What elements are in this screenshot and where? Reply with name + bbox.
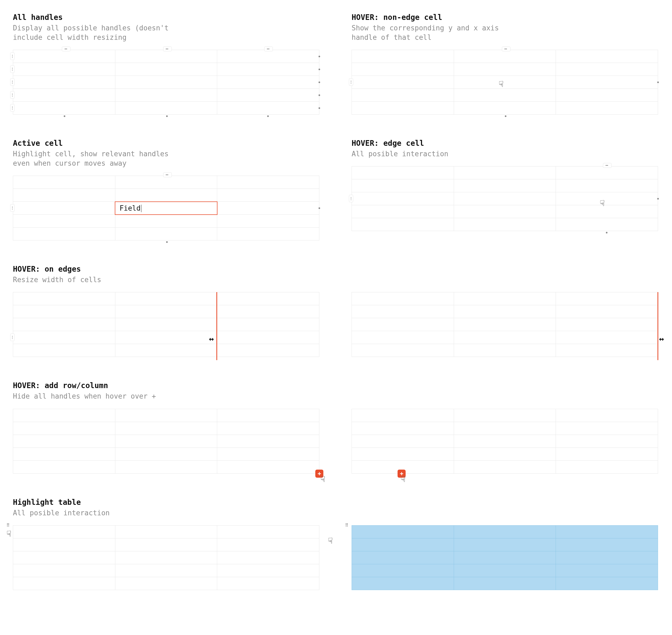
- active-cell[interactable]: Field: [115, 202, 217, 215]
- table-row: [352, 525, 658, 538]
- table-row: [352, 63, 658, 76]
- table-row: [352, 318, 658, 331]
- row-handle-icon[interactable]: ⋮: [10, 78, 15, 86]
- edge-dot-icon[interactable]: [657, 198, 659, 200]
- row-handle-icon[interactable]: ⋮: [10, 204, 15, 212]
- edge-dot-icon[interactable]: [657, 82, 659, 83]
- col-handle-icon[interactable]: ⋯: [62, 46, 70, 51]
- cell-text: Field: [120, 204, 140, 212]
- table-row: [352, 564, 658, 577]
- col-handle-icon[interactable]: ⋯: [603, 163, 611, 168]
- edge-dot-icon[interactable]: [166, 115, 168, 117]
- table-row: [13, 447, 319, 460]
- add-button[interactable]: +: [315, 469, 323, 478]
- table-highlighted[interactable]: [352, 525, 658, 590]
- edge-dot-icon[interactable]: [505, 115, 507, 117]
- table[interactable]: [13, 409, 319, 474]
- move-handle-icon[interactable]: ⠿: [345, 523, 350, 528]
- edge-dot-icon[interactable]: [166, 241, 168, 243]
- col-handle-icon[interactable]: ⋯: [163, 172, 172, 177]
- heading: Active cell: [13, 139, 319, 148]
- section-hover-edge: HOVER: edge cell All posible interaction…: [352, 139, 658, 240]
- col-handle-icon[interactable]: ⋯: [163, 46, 172, 51]
- table[interactable]: [352, 409, 658, 474]
- edge-dot-icon[interactable]: [318, 94, 320, 96]
- table-row: [352, 344, 658, 357]
- table[interactable]: [13, 525, 319, 590]
- table-row: [13, 538, 319, 551]
- table-row: [352, 76, 658, 89]
- subheading: Hide all handles when hover over +: [13, 392, 180, 401]
- column-resize-handle[interactable]: [657, 292, 658, 360]
- edge-dot-icon[interactable]: [606, 232, 607, 234]
- edge-dot-icon[interactable]: [318, 207, 320, 209]
- heading: HOVER: on edges: [13, 265, 658, 273]
- table-row: [13, 227, 319, 240]
- row-handle-icon[interactable]: ⋮: [10, 91, 15, 99]
- table-row: [13, 50, 319, 63]
- table[interactable]: [13, 292, 319, 357]
- table-row: [352, 551, 658, 564]
- table-row: [13, 344, 319, 357]
- table[interactable]: [13, 50, 319, 114]
- table[interactable]: [352, 50, 658, 114]
- subheading: Highlight cell, show relevant handles ev…: [13, 149, 180, 168]
- table-row: [13, 525, 319, 538]
- table-row: [13, 76, 319, 89]
- table-row: [13, 331, 319, 344]
- col-handle-icon[interactable]: ⋯: [264, 46, 273, 51]
- row-handle-icon[interactable]: ⋮: [349, 195, 353, 202]
- hand-cursor-icon: ☟: [6, 529, 11, 539]
- subheading: All posible interaction: [352, 149, 518, 159]
- table-row: [13, 551, 319, 564]
- add-button[interactable]: +: [398, 469, 406, 478]
- edge-dot-icon[interactable]: [318, 82, 320, 83]
- edge-dot-icon[interactable]: [318, 56, 320, 57]
- edge-dot-icon[interactable]: [318, 69, 320, 70]
- row-handle-icon[interactable]: ⋮: [10, 52, 15, 60]
- table-row: [352, 577, 658, 590]
- heading: HOVER: edge cell: [352, 139, 658, 148]
- col-handle-icon[interactable]: ⋯: [502, 46, 511, 51]
- table-row: [13, 89, 319, 102]
- table-row: [13, 305, 319, 318]
- row-handle-icon[interactable]: ⋮: [10, 65, 15, 73]
- section-hover-on-edges: HOVER: on edges Resize width of cells ⋮ …: [13, 265, 658, 357]
- table-row: [13, 422, 319, 435]
- text-cursor-icon: [141, 205, 141, 212]
- heading: Highlight table: [13, 498, 658, 507]
- row-handle-icon[interactable]: ⋮: [10, 333, 15, 341]
- table-row: [352, 89, 658, 102]
- subheading: Resize width of cells: [13, 275, 180, 285]
- edge-dot-icon[interactable]: [64, 115, 65, 117]
- table-row: [13, 435, 319, 447]
- table-row: [352, 422, 658, 435]
- edge-dot-icon[interactable]: [318, 107, 320, 109]
- move-handle-icon[interactable]: ⠿: [6, 523, 11, 528]
- table[interactable]: [352, 292, 658, 357]
- table-row: [13, 577, 319, 590]
- table-row: [352, 331, 658, 344]
- table-row: [352, 292, 658, 305]
- table-row: [13, 176, 319, 189]
- table[interactable]: Field: [13, 176, 319, 240]
- table-row: [352, 305, 658, 318]
- edge-dot-icon[interactable]: [267, 115, 269, 117]
- heading: All handles: [13, 13, 319, 22]
- subheading: Display all possible handles (doesn't in…: [13, 23, 180, 42]
- section-all-handles: All handles Display all possible handles…: [13, 13, 319, 114]
- table-row: [352, 50, 658, 63]
- row-handle-icon[interactable]: ⋮: [10, 104, 15, 112]
- subheading: All posible interaction: [13, 508, 180, 518]
- subheading: Show the corresponding y and x axis hand…: [352, 23, 518, 42]
- table-row: [352, 447, 658, 460]
- section-highlight-table: Highlight table All posible interaction …: [13, 498, 658, 590]
- column-resize-handle[interactable]: [216, 292, 217, 360]
- table[interactable]: [352, 166, 658, 231]
- row-handle-icon[interactable]: ⋮: [349, 78, 353, 86]
- table-row: [352, 205, 658, 218]
- table-row: [13, 292, 319, 305]
- table-row: [13, 215, 319, 227]
- table-row: [352, 192, 658, 205]
- heading: HOVER: non-edge cell: [352, 13, 658, 22]
